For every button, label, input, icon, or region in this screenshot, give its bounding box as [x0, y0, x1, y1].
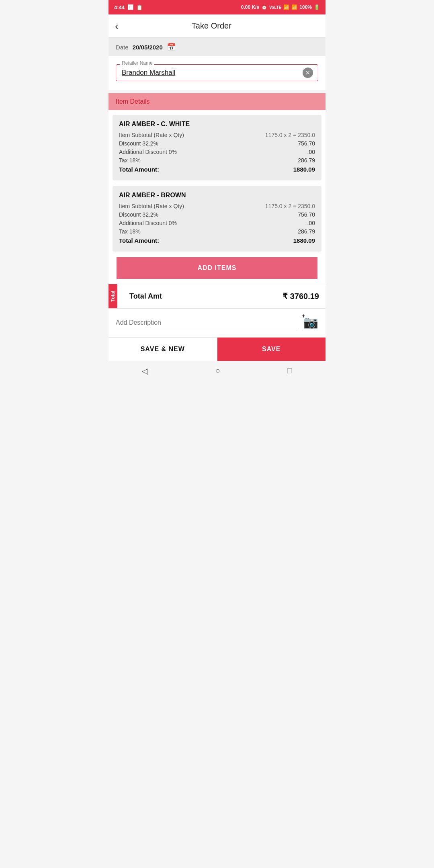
item-row-addl-discount-1: Additional Discount 0% .00	[119, 220, 315, 226]
total-value-0: 1880.09	[293, 166, 315, 173]
recents-nav-icon[interactable]: □	[287, 366, 292, 375]
description-input[interactable]	[116, 319, 297, 326]
alarm-icon: ⏰	[261, 4, 267, 10]
retailer-last-name: Marshall	[147, 69, 175, 76]
item-row-discount-0: Discount 32.2% 756.70	[119, 140, 315, 147]
discount-value-0: 756.70	[298, 140, 315, 147]
total-amt-value: ₹ 3760.19	[283, 291, 319, 301]
total-amt-label: Total Amt	[129, 292, 283, 301]
date-row: Date 20/05/2020 📅	[108, 38, 326, 56]
top-bar: ‹ Take Order	[108, 14, 326, 38]
date-value: 20/05/2020	[133, 44, 163, 51]
item-row-tax-1: Tax 18% 286.79	[119, 228, 315, 235]
subtotal-label-0: Item Subtotal (Rate x Qty)	[119, 132, 184, 138]
item-name-0: AIR AMBER - C. WHITE	[119, 121, 315, 128]
calendar-icon[interactable]: 📅	[167, 43, 176, 51]
bottom-buttons: SAVE & NEW SAVE	[108, 337, 326, 361]
addl-discount-value-1: .00	[307, 220, 315, 226]
save-new-button[interactable]: SAVE & NEW	[108, 338, 217, 361]
parking-icon: 🅿	[128, 4, 133, 10]
total-section: Total Total Amt ₹ 3760.19	[108, 284, 326, 308]
clear-retailer-button[interactable]: ✕	[303, 68, 313, 78]
item-details-title: Item Details	[116, 98, 149, 105]
battery-level: 100%	[299, 4, 312, 10]
add-photo-button[interactable]: + 📷	[303, 315, 318, 329]
total-tag: Total	[108, 284, 117, 308]
item-name-1: AIR AMBER - BROWN	[119, 192, 315, 199]
item-row-subtotal-1: Item Subtotal (Rate x Qty) 1175.0 x 2 = …	[119, 203, 315, 209]
addl-discount-label-1: Additional Discount 0%	[119, 220, 177, 226]
back-nav-icon[interactable]: ◁	[142, 366, 148, 376]
addl-discount-label-0: Additional Discount 0%	[119, 149, 177, 155]
subtotal-value-0: 1175.0 x 2 = 2350.0	[265, 132, 315, 138]
retailer-name-value[interactable]: Brandon Marshall	[122, 69, 300, 77]
description-input-wrapper	[116, 319, 297, 329]
volte-icon: VoLTE	[269, 5, 281, 10]
retailer-field-label: Retailer Name	[120, 60, 154, 66]
item-row-tax-0: Tax 18% 286.79	[119, 157, 315, 164]
tax-value-1: 286.79	[298, 228, 315, 235]
nav-bar: ◁ ○ □	[108, 361, 326, 380]
notification-icon: 📋	[136, 4, 143, 10]
retailer-field-wrapper: Retailer Name Brandon Marshall ✕	[116, 64, 318, 81]
tax-label-0: Tax 18%	[119, 157, 141, 164]
discount-value-1: 756.70	[298, 211, 315, 218]
date-label: Date	[116, 44, 129, 51]
retailer-first-name: Brandon	[122, 69, 147, 76]
subtotal-label-1: Item Subtotal (Rate x Qty)	[119, 203, 184, 209]
item-row-addl-discount-0: Additional Discount 0% .00	[119, 149, 315, 155]
back-button[interactable]: ‹	[115, 19, 122, 33]
tax-value-0: 286.79	[298, 157, 315, 164]
addl-discount-value-0: .00	[307, 149, 315, 155]
item-row-total-1: Total Amount: 1880.09	[119, 237, 315, 244]
network-speed: 0.00 K/s	[241, 4, 259, 10]
item-details-header: Item Details	[108, 93, 326, 110]
total-value-1: 1880.09	[293, 237, 315, 244]
signal-icon: 📶	[291, 4, 297, 10]
discount-label-0: Discount 32.2%	[119, 140, 158, 147]
save-button[interactable]: SAVE	[217, 338, 326, 361]
item-card-0: AIR AMBER - C. WHITE Item Subtotal (Rate…	[113, 115, 321, 180]
wifi-icon: 📶	[283, 4, 289, 10]
item-card-1: AIR AMBER - BROWN Item Subtotal (Rate x …	[113, 186, 321, 252]
subtotal-value-1: 1175.0 x 2 = 2350.0	[265, 203, 315, 209]
status-time: 4:44	[114, 4, 125, 10]
home-nav-icon[interactable]: ○	[215, 366, 220, 375]
items-container: AIR AMBER - C. WHITE Item Subtotal (Rate…	[108, 110, 326, 284]
item-row-subtotal-0: Item Subtotal (Rate x Qty) 1175.0 x 2 = …	[119, 132, 315, 138]
battery-icon: 🔋	[314, 4, 320, 10]
tax-label-1: Tax 18%	[119, 228, 141, 235]
page-title: Take Order	[122, 21, 301, 31]
status-bar: 4:44 🅿 📋 0.00 K/s ⏰ VoLTE 📶 📶 100% 🔋	[108, 0, 326, 14]
discount-label-1: Discount 32.2%	[119, 211, 158, 218]
description-section: + 📷	[108, 308, 326, 337]
total-label-1: Total Amount:	[119, 237, 159, 244]
add-items-button[interactable]: ADD ITEMS	[117, 257, 317, 279]
item-row-discount-1: Discount 32.2% 756.70	[119, 211, 315, 218]
retailer-section: Retailer Name Brandon Marshall ✕	[108, 56, 326, 90]
total-label-0: Total Amount:	[119, 166, 159, 173]
item-row-total-0: Total Amount: 1880.09	[119, 166, 315, 173]
